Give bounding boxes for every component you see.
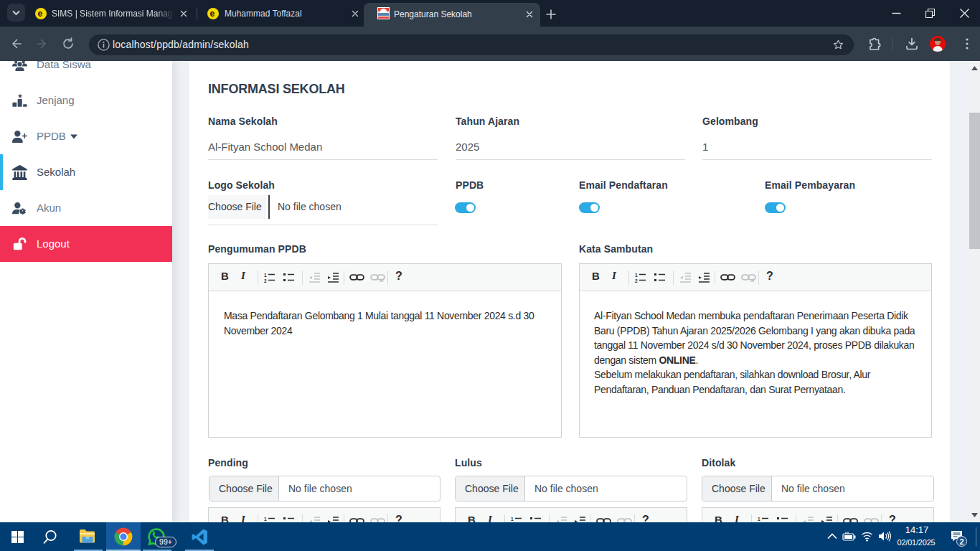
- svg-text:1: 1: [635, 273, 638, 278]
- svg-text:2: 2: [635, 278, 638, 283]
- svg-text:2: 2: [264, 278, 267, 283]
- svg-text:1: 1: [264, 273, 267, 278]
- svg-text:1: 1: [758, 517, 760, 522]
- svg-text:1: 1: [511, 517, 514, 522]
- svg-text:1: 1: [264, 517, 267, 522]
